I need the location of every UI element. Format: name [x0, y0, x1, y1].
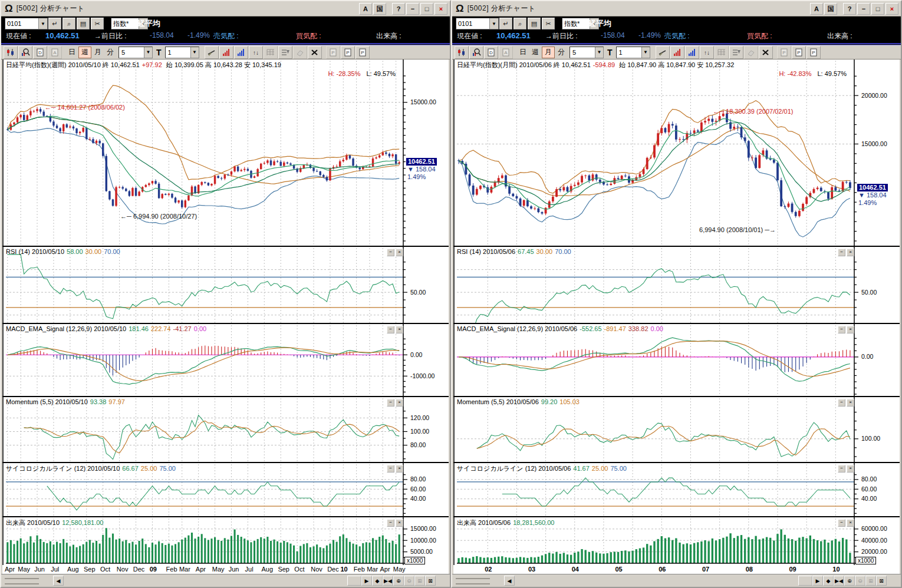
- resize-grip-icon[interactable]: [456, 578, 490, 584]
- histogram-red-icon[interactable]: [670, 46, 684, 59]
- scroll-thumb[interactable]: [798, 576, 812, 586]
- panel-close-button[interactable]: ×: [396, 465, 403, 473]
- titlebar-tool-button[interactable]: 国: [373, 3, 386, 15]
- titlebar-tool-button[interactable]: A: [810, 3, 823, 15]
- page-edit-icon[interactable]: ▤: [528, 18, 541, 29]
- trendline-icon[interactable]: [656, 46, 670, 59]
- chevron-down-icon[interactable]: ▼: [641, 47, 650, 58]
- search-icon[interactable]: ⌕: [513, 18, 526, 29]
- enter-icon[interactable]: ↵: [499, 18, 512, 29]
- period-button-日[interactable]: 日: [517, 47, 529, 58]
- page-edit-icon[interactable]: ▤: [77, 18, 90, 29]
- titlebar-tool-button[interactable]: 国: [824, 3, 837, 15]
- histogram-blue-icon[interactable]: [234, 46, 248, 59]
- sort-arrows-icon[interactable]: ↑↓: [249, 46, 263, 59]
- panel-close-button[interactable]: ×: [847, 249, 854, 256]
- zoom-in-icon[interactable]: ⊕: [844, 576, 855, 586]
- trendline-icon[interactable]: [205, 46, 219, 59]
- period-button-分[interactable]: 分: [555, 47, 567, 58]
- scroll-right-button[interactable]: ▶: [812, 576, 823, 586]
- panel-minimize-button[interactable]: −: [838, 326, 845, 333]
- chart-scrollbar[interactable]: ◀▶◆▶◀⊕⊖⊞⊠: [1, 574, 450, 586]
- enter-icon[interactable]: ↵: [48, 18, 61, 29]
- histogram-blue-icon[interactable]: [685, 46, 699, 59]
- panel-minimize-button[interactable]: −: [387, 399, 394, 407]
- panel-minimize-button[interactable]: −: [387, 326, 394, 333]
- scroll-thumb[interactable]: [347, 576, 361, 586]
- panel-close-button[interactable]: ×: [396, 519, 403, 527]
- scroll-left-button[interactable]: ◀: [53, 576, 64, 586]
- zoom-in-icon[interactable]: ⊕: [393, 576, 404, 586]
- save-page-icon[interactable]: P: [341, 46, 355, 59]
- minute-combo[interactable]: 5▼: [569, 47, 604, 58]
- panel-minimize-button[interactable]: −: [838, 399, 845, 407]
- chevron-down-icon[interactable]: ▼: [190, 47, 199, 58]
- chart-scrollbar[interactable]: ◀▶◆▶◀⊕⊖⊞⊠: [452, 574, 901, 586]
- candlestick-icon[interactable]: [455, 46, 469, 59]
- panel-close-button[interactable]: ×: [396, 399, 403, 407]
- help-button[interactable]: ?: [843, 3, 856, 15]
- symbol-code-combo[interactable]: 0101 ▼: [456, 18, 499, 29]
- tick-combo[interactable]: 1▼: [165, 47, 199, 58]
- period-button-週[interactable]: 週: [78, 47, 91, 58]
- titlebar-tool-button[interactable]: A: [359, 3, 372, 15]
- save-page-icon[interactable]: P: [792, 46, 806, 59]
- zoom-chart-icon[interactable]: [18, 46, 32, 59]
- panel-close-button[interactable]: ×: [847, 326, 854, 333]
- panel-minimize-button[interactable]: −: [387, 465, 394, 473]
- resize-grip-icon[interactable]: [5, 578, 39, 584]
- chevron-down-icon[interactable]: ▼: [489, 18, 498, 29]
- restore-page-icon[interactable]: P: [355, 46, 370, 59]
- panel-minimize-button[interactable]: −: [838, 465, 845, 473]
- step-icon[interactable]: ◆: [372, 576, 383, 586]
- sort-arrows-icon[interactable]: ↑↓: [700, 46, 714, 59]
- panel-minimize-button[interactable]: −: [387, 249, 394, 256]
- tick-combo[interactable]: 1▼: [616, 47, 650, 58]
- period-button-週[interactable]: 週: [529, 47, 541, 58]
- maximize-button[interactable]: □: [871, 3, 884, 15]
- minimize-button[interactable]: −: [857, 3, 870, 15]
- chevron-down-icon[interactable]: ▼: [38, 18, 47, 29]
- minimize-button[interactable]: −: [406, 3, 419, 15]
- close-chart-icon[interactable]: ⊠: [425, 576, 436, 586]
- new-page-icon[interactable]: D: [484, 46, 498, 59]
- candlestick-icon[interactable]: [4, 46, 18, 59]
- close-chart-icon[interactable]: ⊠: [876, 576, 887, 586]
- minute-combo[interactable]: 5▼: [118, 47, 153, 58]
- step-icon[interactable]: ◆: [823, 576, 834, 586]
- panel-close-button[interactable]: ×: [847, 519, 854, 527]
- symbol-code-combo[interactable]: 0101 ▼: [5, 18, 48, 29]
- panel-minimize-button[interactable]: −: [387, 519, 394, 527]
- maximize-button[interactable]: □: [420, 3, 433, 15]
- close-button[interactable]: ×: [434, 3, 447, 15]
- scroll-right-button[interactable]: ▶: [361, 576, 372, 586]
- period-button-日[interactable]: 日: [66, 47, 78, 58]
- panel-close-button[interactable]: ×: [847, 399, 854, 407]
- panel-close-button[interactable]: ×: [396, 326, 403, 333]
- restore-page-icon[interactable]: P: [806, 46, 821, 59]
- panel-minimize-button[interactable]: −: [838, 519, 845, 527]
- panel-close-button[interactable]: ×: [396, 249, 403, 256]
- scissors-icon[interactable]: ✂: [91, 18, 104, 29]
- board-icon[interactable]: [729, 46, 743, 59]
- board-icon[interactable]: [278, 46, 292, 59]
- period-button-分[interactable]: 分: [104, 47, 116, 58]
- search-icon[interactable]: ⌕: [62, 18, 75, 29]
- panel-close-button[interactable]: ×: [847, 465, 854, 473]
- compress-icon[interactable]: ▶◀: [834, 576, 844, 586]
- scroll-left-button[interactable]: ◀: [504, 576, 515, 586]
- scissors-icon[interactable]: ✂: [542, 18, 555, 29]
- histogram-red-icon[interactable]: [219, 46, 233, 59]
- panel-minimize-button[interactable]: −: [838, 249, 845, 256]
- chevron-down-icon[interactable]: ▼: [144, 47, 152, 58]
- delete-x-icon[interactable]: [308, 46, 322, 59]
- zoom-chart-icon[interactable]: [469, 46, 483, 59]
- period-button-月[interactable]: 月: [92, 47, 104, 58]
- compress-icon[interactable]: ▶◀: [383, 576, 393, 586]
- new-page-icon[interactable]: D: [33, 46, 47, 59]
- close-button[interactable]: ×: [885, 3, 898, 15]
- delete-x-icon[interactable]: [759, 46, 773, 59]
- chevron-down-icon[interactable]: ▼: [595, 47, 603, 58]
- period-button-月[interactable]: 月: [542, 47, 555, 58]
- help-button[interactable]: ?: [392, 3, 405, 15]
